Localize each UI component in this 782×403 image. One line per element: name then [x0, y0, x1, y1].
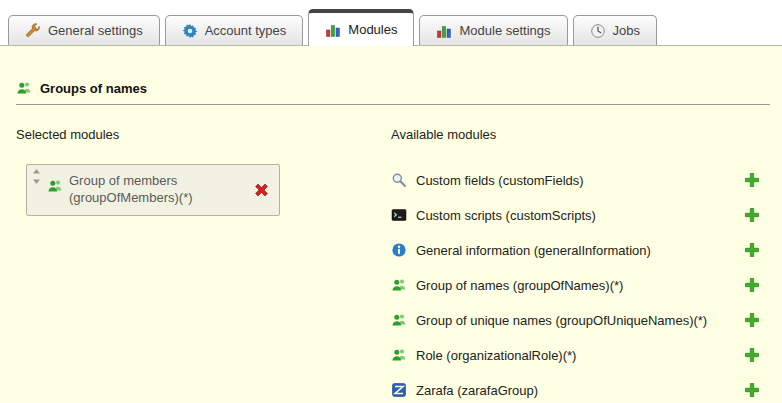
remove-module-button[interactable]	[253, 181, 270, 198]
tab-general-settings[interactable]: General settings	[8, 15, 160, 45]
zarafa-icon	[391, 382, 407, 398]
selected-module-name: Group of members	[69, 173, 245, 190]
magnifier-icon	[391, 172, 407, 188]
available-modules-label: Available modules	[391, 127, 762, 142]
tab-modules[interactable]: Modules	[308, 9, 414, 46]
selected-modules-section: Selected modules Group of members (group…	[16, 127, 391, 403]
clock-icon	[590, 23, 606, 39]
group-icon	[391, 312, 407, 328]
chart-icon	[436, 23, 452, 39]
tab-label: Module settings	[459, 23, 550, 38]
list-item-role: Role (organizationalRole)(*)	[391, 345, 762, 365]
group-icon	[16, 80, 32, 96]
list-item-general-information: General information (generalInformation)	[391, 240, 762, 260]
modules-panel: Groups of names Selected modules Group o…	[0, 45, 782, 403]
available-modules-list: Custom fields (customFields) Custom scri…	[391, 170, 762, 400]
drag-handle-icon[interactable]	[32, 169, 41, 184]
add-module-button[interactable]	[744, 242, 760, 258]
list-item-group-of-unique-names: Group of unique names (groupOfUniqueName…	[391, 310, 762, 330]
tab-label: Modules	[348, 22, 397, 37]
add-module-button[interactable]	[744, 347, 760, 363]
gear-icon	[182, 23, 198, 39]
tab-account-types[interactable]: Account types	[165, 15, 304, 45]
page-title: Groups of names	[40, 81, 147, 96]
module-label: Group of unique names (groupOfUniqueName…	[416, 313, 744, 328]
module-label: General information (generalInformation)	[416, 243, 744, 258]
group-icon	[391, 277, 407, 293]
list-item-group-of-names: Group of names (groupOfNames)(*)	[391, 275, 762, 295]
selected-module-id: (groupOfMembers)(*)	[69, 190, 245, 207]
tab-label: General settings	[48, 23, 143, 38]
wrench-icon	[25, 23, 41, 39]
module-label: Role (organizationalRole)(*)	[416, 348, 744, 363]
selected-modules-label: Selected modules	[16, 127, 391, 142]
tab-label: Jobs	[613, 23, 640, 38]
page-title-row: Groups of names	[0, 46, 782, 104]
list-item-custom-scripts: Custom scripts (customScripts)	[391, 205, 762, 225]
add-module-button[interactable]	[744, 312, 760, 328]
terminal-icon	[391, 207, 407, 223]
selected-module-item: Group of members (groupOfMembers)(*)	[26, 164, 280, 216]
list-item-zarafa: Zarafa (zarafaGroup)	[391, 380, 762, 400]
modules-columns: Selected modules Group of members (group…	[0, 105, 782, 403]
group-icon	[47, 178, 63, 194]
add-module-button[interactable]	[744, 207, 760, 223]
module-label: Group of names (groupOfNames)(*)	[416, 278, 744, 293]
tab-jobs[interactable]: Jobs	[573, 15, 657, 45]
tab-label: Account types	[205, 23, 287, 38]
group-icon	[391, 347, 407, 363]
info-icon	[391, 242, 407, 258]
tab-bar: General settings Account types Modules M…	[8, 8, 782, 45]
tab-module-settings[interactable]: Module settings	[419, 15, 567, 45]
list-item-custom-fields: Custom fields (customFields)	[391, 170, 762, 190]
add-module-button[interactable]	[744, 172, 760, 188]
add-module-button[interactable]	[744, 382, 760, 398]
chart-icon	[325, 22, 341, 38]
module-label: Custom scripts (customScripts)	[416, 208, 744, 223]
module-label: Custom fields (customFields)	[416, 173, 744, 188]
module-label: Zarafa (zarafaGroup)	[416, 383, 744, 398]
available-modules-section: Available modules Custom fields (customF…	[391, 127, 762, 403]
add-module-button[interactable]	[744, 277, 760, 293]
